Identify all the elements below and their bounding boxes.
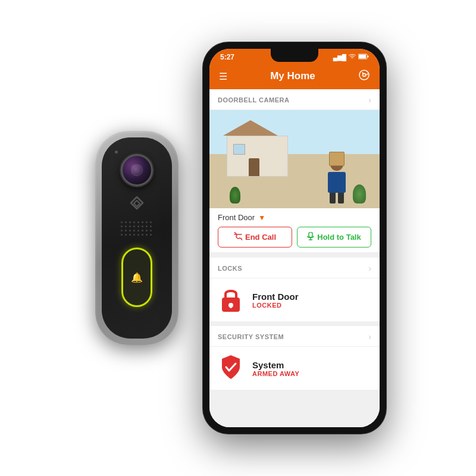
lock-info: Front Door LOCKED [252,292,371,309]
person-body [328,172,346,193]
doorbell-inner-body: 🔔 [102,137,172,339]
phone-frame: 5:27 ▄▆█ [202,42,387,434]
page-title: My Home [270,70,315,82]
plant-right [353,184,366,203]
svg-rect-11 [230,305,232,308]
security-device-row[interactable]: System ARMED AWAY [209,347,380,390]
led-indicator [115,151,118,154]
svg-point-4 [362,74,365,77]
phone-screen: 5:27 ▄▆█ [209,49,380,427]
doorbell-arrow-icon: › [368,95,371,105]
action-buttons: End Call [218,227,371,248]
house-window [233,144,245,155]
dropdown-arrow-icon[interactable]: ▼ [258,214,265,222]
menu-icon[interactable]: ☰ [219,71,227,82]
camera-scene [209,110,380,208]
person-leg-right [338,193,344,203]
house-wall [227,136,288,177]
speaker-grille [121,221,153,237]
doorbell-outer-shell: 🔔 [95,131,178,345]
security-section-title: SECURITY SYSTEM [218,333,284,340]
locks-section-title: LOCKS [218,265,242,272]
location-row: Front Door ▼ [218,213,371,222]
lock-status: LOCKED [252,302,371,309]
hold-to-talk-button[interactable]: Hold to Talk [297,227,371,248]
person-legs [330,193,344,203]
plant-left [230,187,240,203]
locks-section: LOCKS › [209,258,380,321]
phone-icon [234,232,242,242]
lock-device-name: Front Door [252,292,371,302]
security-section-header[interactable]: SECURITY SYSTEM › [209,326,380,347]
security-section: SECURITY SYSTEM › System [209,326,380,390]
security-status: ARMED AWAY [252,370,371,377]
locks-section-header[interactable]: LOCKS › [209,258,380,278]
svg-rect-2 [368,56,369,58]
doorbell-section-header[interactable]: DOORBELL CAMERA › [209,89,380,110]
camera-feed[interactable] [209,110,380,208]
status-icons: ▄▆█ [333,54,369,61]
phone-notch [271,49,318,62]
lock-device-row[interactable]: Front Door LOCKED [209,278,380,321]
end-call-button[interactable]: End Call [218,227,292,248]
security-info: System ARMED AWAY [252,360,371,377]
settings-icon[interactable] [358,69,370,83]
app-content: DOORBELL CAMERA › [209,89,380,427]
scene-house [223,118,300,177]
delivery-box [329,152,345,166]
battery-icon [358,54,369,61]
person-leg-left [330,193,336,203]
camera-controls: Front Door ▼ [209,208,380,253]
location-label: Front Door [218,213,255,222]
security-device-name: System [252,360,371,370]
main-scene: 🔔 5:27 ▄▆█ [0,0,476,476]
svg-rect-6 [309,232,312,237]
end-call-label: End Call [245,233,276,242]
camera-lens [121,154,153,186]
doorbell-device: 🔔 [89,125,184,351]
shield-icon [218,355,244,381]
mic-icon [307,232,314,242]
svg-point-3 [359,70,369,80]
brand-logo [126,195,148,213]
locks-arrow-icon: › [368,264,371,273]
house-roof [223,120,278,136]
delivery-person [328,158,346,203]
house-door [249,158,259,176]
doorbell-section: DOORBELL CAMERA › [209,89,380,253]
wifi-icon [348,54,356,61]
phone-wrapper: 5:27 ▄▆█ [202,42,387,434]
svg-rect-1 [359,55,366,58]
status-time: 5:27 [220,53,234,61]
doorbell-button[interactable]: 🔔 [121,248,152,307]
doorbell-section-title: DOORBELL CAMERA [218,96,289,104]
signal-icon: ▄▆█ [333,54,346,61]
bell-icon: 🔔 [131,272,143,283]
app-header: ☰ My Home [209,64,380,89]
lock-icon [218,287,244,313]
hold-to-talk-label: Hold to Talk [317,233,361,242]
security-arrow-icon: › [368,332,371,342]
